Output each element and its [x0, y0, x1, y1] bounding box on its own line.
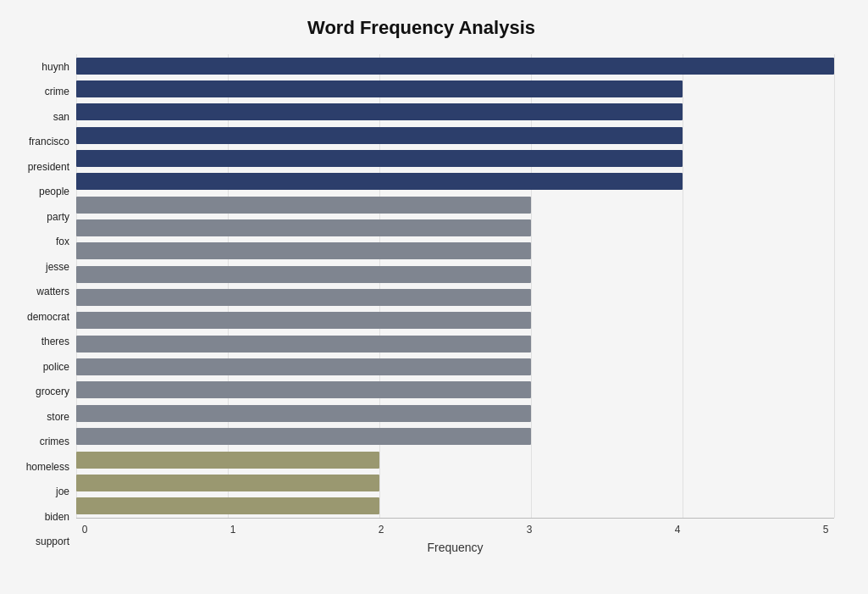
y-label: store — [47, 405, 69, 429]
bar — [76, 452, 379, 469]
y-labels: huynhcrimesanfranciscopresidentpeoplepar… — [8, 54, 76, 554]
bar — [76, 312, 531, 329]
bar — [76, 242, 531, 259]
y-label: party — [47, 205, 69, 229]
bar — [76, 405, 531, 422]
bar — [76, 428, 531, 445]
y-label: theres — [41, 330, 69, 353]
chart-area: huynhcrimesanfranciscopresidentpeoplepar… — [8, 54, 834, 554]
x-tick: 0 — [76, 524, 93, 536]
bar-row — [76, 379, 834, 401]
y-label: homeless — [26, 455, 69, 479]
bars-area — [76, 54, 834, 518]
bar-row — [76, 425, 834, 447]
bar-row — [76, 101, 834, 123]
y-label: police — [43, 355, 69, 379]
bar — [76, 103, 683, 120]
bar-row — [76, 472, 834, 494]
y-label: people — [39, 180, 69, 203]
bars-list — [76, 54, 834, 518]
y-label: joe — [56, 480, 69, 503]
bar-row — [76, 78, 834, 100]
y-label: democrat — [27, 305, 69, 329]
bar — [76, 58, 834, 75]
y-label: fox — [56, 230, 69, 253]
bar-row — [76, 125, 834, 147]
bar — [76, 336, 531, 353]
bar — [76, 150, 683, 167]
x-tick: 2 — [373, 524, 390, 536]
bar — [76, 266, 531, 283]
y-label: grocery — [36, 380, 69, 403]
bars-and-xaxis: 012345 Frequency — [76, 54, 834, 554]
y-label: watters — [36, 280, 69, 303]
gridline — [834, 54, 835, 518]
bar-row — [76, 55, 834, 77]
bar-row — [76, 217, 834, 239]
bar-row — [76, 264, 834, 286]
bar — [76, 80, 683, 97]
bar — [76, 358, 531, 375]
bar-row — [76, 495, 834, 517]
y-label: biden — [45, 505, 69, 529]
x-tick: 5 — [817, 524, 834, 536]
bar-row — [76, 286, 834, 308]
chart-container: Word Frequency Analysis huynhcrimesanfra… — [0, 0, 868, 594]
x-tick: 3 — [521, 524, 538, 536]
y-label: jesse — [46, 255, 69, 279]
bar — [76, 381, 531, 398]
bar-row — [76, 309, 834, 331]
x-tick: 1 — [224, 524, 241, 536]
bar — [76, 197, 531, 214]
bar-row — [76, 402, 834, 425]
y-label: crimes — [40, 430, 69, 453]
bar — [76, 173, 683, 190]
bar-row — [76, 449, 834, 471]
bar-row — [76, 356, 834, 378]
x-axis-label: Frequency — [76, 541, 834, 554]
y-label: president — [28, 155, 69, 179]
x-tick: 4 — [669, 524, 686, 536]
bar-row — [76, 240, 834, 262]
y-label: huynh — [41, 55, 69, 79]
bar — [76, 475, 379, 491]
bar-row — [76, 147, 834, 169]
y-label: support — [36, 530, 69, 553]
bar — [76, 289, 531, 306]
bar — [76, 127, 683, 144]
y-label: san — [53, 105, 69, 129]
y-label: francisco — [29, 130, 69, 153]
bar-row — [76, 333, 834, 355]
x-axis: 012345 — [76, 518, 834, 536]
bar — [76, 219, 531, 236]
chart-title: Word Frequency Analysis — [8, 17, 834, 39]
bar-row — [76, 194, 834, 216]
y-label: crime — [45, 80, 69, 103]
bar-row — [76, 170, 834, 192]
bar — [76, 497, 379, 514]
